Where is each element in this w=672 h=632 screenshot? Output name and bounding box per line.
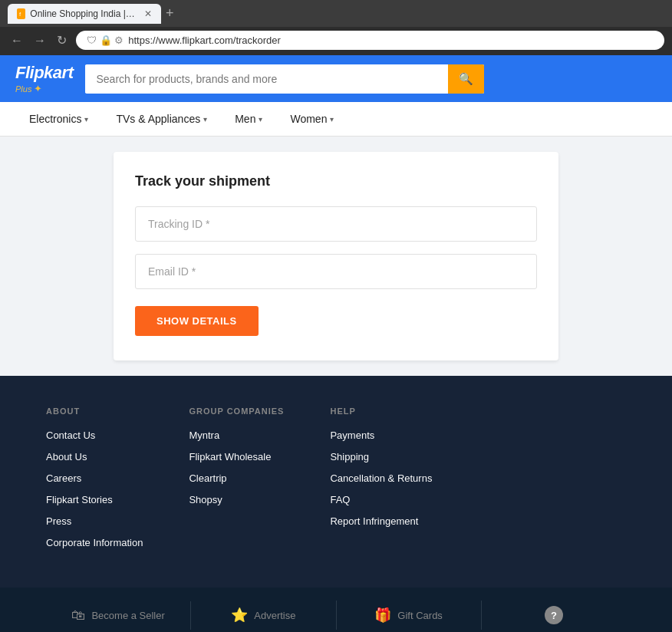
footer-bottom: 🛍 Become a Seller ⭐ Advertise 🎁 Gift Car… [0,588,672,632]
footer-link-report-infringement[interactable]: Report Infringement [330,515,418,527]
footer-link-faq[interactable]: FAQ [330,494,350,505]
seller-icon: 🛍 [71,607,85,624]
footer-link-careers[interactable]: Careers [46,472,81,484]
help-icon: ? [545,606,563,624]
footer-about: ABOUT Contact Us About Us Careers Flipka… [46,407,143,557]
nav-item-electronics[interactable]: Electronics ▾ [15,102,102,136]
help-link[interactable]: ? [482,600,626,630]
address-bar-row: ← → ↻ 🛡 🔒 ⚙ https://www.flipkart.com/tra… [0,27,672,55]
nav-item-men[interactable]: Men ▾ [221,102,276,136]
footer-link-myntra[interactable]: Myntra [189,430,219,441]
nav-label-women: Women [290,113,327,125]
search-button[interactable]: 🔍 [448,64,484,94]
address-bar[interactable]: 🛡 🔒 ⚙ https://www.flipkart.com/trackorde… [76,31,664,50]
gift-card-icon: 🎁 [374,607,391,624]
footer-group-heading: GROUP COMPANIES [189,407,284,416]
search-bar[interactable]: 🔍 [85,64,484,94]
advertise-label: Advertise [254,610,295,621]
main-content: Track your shipment SHOW DETAILS [0,137,672,376]
url-text: https://www.flipkart.com/trackorder [128,35,281,46]
tab-bar: f Online Shopping India | Buy M... ✕ + [0,0,672,27]
nav-item-tvs[interactable]: TVs & Appliances ▾ [102,102,221,136]
plus-badge: Plus ✦ [15,83,42,94]
chevron-down-icon: ▾ [203,115,207,123]
footer-link-cleartrip[interactable]: Cleartrip [189,472,226,484]
security-icons: 🛡 🔒 ⚙ [87,35,124,46]
footer: ABOUT Contact Us About Us Careers Flipka… [0,376,672,632]
footer-help-heading: HELP [330,407,432,416]
nav-item-women[interactable]: Women ▾ [276,102,348,136]
advertise-link[interactable]: ⭐ Advertise [191,601,336,630]
track-title: Track your shipment [135,173,537,189]
plus-text: Plus [15,84,31,94]
chevron-down-icon: ▾ [259,115,262,123]
footer-link-shopsy[interactable]: Shopsy [189,494,222,505]
footer-help: HELP Payments Shipping Cancellation & Re… [330,407,432,557]
footer-link-flipkart-wholesale[interactable]: Flipkart Wholesale [189,451,271,462]
advertise-icon: ⭐ [231,607,248,624]
footer-link-shipping[interactable]: Shipping [330,451,369,462]
become-seller-link[interactable]: 🛍 Become a Seller [46,601,191,630]
footer-link-contact-us[interactable]: Contact Us [46,430,95,441]
tab-title: Online Shopping India | Buy M... [30,8,137,19]
active-tab[interactable]: f Online Shopping India | Buy M... ✕ [8,4,161,24]
tracking-id-input[interactable] [135,206,537,242]
footer-link-payments[interactable]: Payments [330,430,374,441]
nav-label-tvs: TVs & Appliances [116,113,200,125]
gift-cards-link[interactable]: 🎁 Gift Cards [337,601,482,630]
new-tab-button[interactable]: + [166,5,174,21]
footer-group-companies: GROUP COMPANIES Myntra Flipkart Wholesal… [189,407,284,557]
chevron-down-icon: ▾ [330,115,334,123]
chevron-down-icon: ▾ [84,115,88,123]
become-seller-label: Become a Seller [91,610,164,621]
close-tab-button[interactable]: ✕ [144,8,152,19]
footer-link-about-us[interactable]: About Us [46,451,87,462]
search-input[interactable] [85,65,448,93]
footer-link-cancellation[interactable]: Cancellation & Returns [330,472,432,484]
footer-about-heading: ABOUT [46,407,143,416]
flipkart-logo[interactable]: Flipkart Plus ✦ [15,63,73,94]
nav-label-men: Men [235,113,255,125]
site-header: Flipkart Plus ✦ 🔍 [0,55,672,102]
footer-link-flipkart-stories[interactable]: Flipkart Stories [46,494,113,505]
reload-button[interactable]: ↻ [54,30,70,51]
footer-link-press[interactable]: Press [46,515,71,527]
gift-cards-label: Gift Cards [397,610,443,621]
logo-text: Flipkart [15,63,73,83]
favicon: f [17,8,25,19]
footer-sections: ABOUT Contact Us About Us Careers Flipka… [46,407,626,557]
email-id-input[interactable] [135,254,537,289]
nav-buttons: ← → ↻ [8,30,70,51]
plus-star-icon: ✦ [34,83,42,94]
nav-label-electronics: Electronics [29,113,81,125]
navigation-bar: Electronics ▾ TVs & Appliances ▾ Men ▾ W… [0,102,672,137]
show-details-button[interactable]: SHOW DETAILS [135,306,259,336]
back-button[interactable]: ← [8,31,26,51]
forward-button[interactable]: → [31,31,49,51]
track-shipment-card: Track your shipment SHOW DETAILS [114,152,558,360]
footer-link-corporate-information[interactable]: Corporate Information [46,537,143,548]
